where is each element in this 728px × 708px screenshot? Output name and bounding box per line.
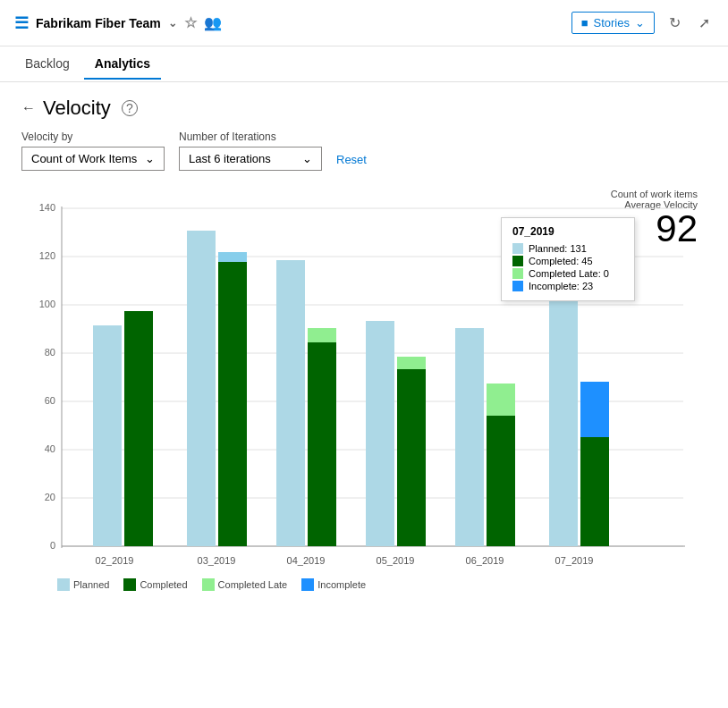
bar-06-completed-late — [487, 384, 515, 416]
velocity-by-value: Count of Work Items — [31, 152, 137, 165]
page-content: ← Velocity ? Velocity by Count of Work I… — [0, 82, 728, 605]
velocity-by-group: Velocity by Count of Work Items ⌄ — [21, 131, 165, 171]
bar-04-completed — [308, 342, 336, 546]
tooltip-completed-late-color — [512, 268, 523, 279]
svg-text:100: 100 — [39, 299, 55, 309]
chart-tooltip: 07_2019 Planned: 131 Completed: 45 Compl… — [501, 217, 635, 301]
bar-02-completed — [124, 311, 153, 546]
legend-incomplete-color — [301, 578, 314, 591]
team-name-area: ☰ Fabrikam Fiber Team ⌄ ☆ 👥 — [14, 13, 222, 33]
page-title: Velocity — [43, 97, 111, 120]
team-icon: ☰ — [14, 13, 29, 33]
legend-incomplete-label: Incomplete — [317, 579, 366, 590]
svg-text:20: 20 — [45, 492, 55, 502]
svg-text:40: 40 — [45, 443, 55, 454]
back-button[interactable]: ← — [21, 100, 36, 116]
legend-incomplete: Incomplete — [301, 578, 366, 591]
velocity-by-label: Velocity by — [21, 131, 165, 143]
chart-container: Count of work items Average Velocity 92 — [21, 189, 707, 591]
tooltip-incomplete-label: Incomplete: 23 — [529, 281, 593, 291]
favorite-icon[interactable]: ☆ — [184, 14, 197, 31]
fullscreen-button[interactable]: ➚ — [695, 11, 714, 35]
velocity-by-dropdown[interactable]: Count of Work Items ⌄ — [21, 147, 165, 171]
svg-text:05_2019: 05_2019 — [377, 555, 415, 566]
bar-07-incomplete — [580, 382, 609, 437]
refresh-button[interactable]: ↻ — [665, 11, 684, 35]
svg-text:03_2019: 03_2019 — [198, 555, 236, 566]
tooltip-planned-color — [512, 243, 523, 254]
svg-text:06_2019: 06_2019 — [466, 555, 504, 566]
iterations-value: Last 6 iterations — [189, 152, 271, 165]
tooltip-incomplete-color — [512, 281, 523, 291]
svg-text:60: 60 — [45, 395, 55, 406]
tab-backlog[interactable]: Backlog — [14, 49, 80, 80]
tooltip-planned-label: Planned: 131 — [529, 243, 587, 254]
svg-text:120: 120 — [39, 250, 55, 261]
svg-text:02_2019: 02_2019 — [96, 555, 134, 566]
tooltip-completed-row: Completed: 45 — [512, 256, 623, 266]
bar-05-planned — [366, 321, 394, 546]
legend-completed: Completed — [123, 578, 187, 591]
tooltip-planned-row: Planned: 131 — [512, 243, 623, 254]
chart-area: 0 20 40 60 80 100 120 140 — [21, 189, 707, 573]
bar-04-completed-late — [308, 328, 336, 342]
legend-planned-label: Planned — [73, 579, 109, 590]
bar-02-planned — [93, 325, 122, 546]
bar-04-planned — [276, 260, 305, 546]
bar-06-planned — [455, 328, 484, 546]
controls-row: Velocity by Count of Work Items ⌄ Number… — [21, 131, 707, 171]
svg-text:07_2019: 07_2019 — [555, 555, 594, 566]
stories-dropdown-button[interactable]: ■ Stories ⌄ — [571, 12, 655, 34]
legend-completed-late: Completed Late — [202, 578, 288, 591]
chart-legend: Planned Completed Completed Late Incompl… — [21, 578, 707, 591]
bar-06-completed — [487, 416, 515, 546]
iterations-chevron-icon: ⌄ — [302, 152, 312, 165]
top-bar: ☰ Fabrikam Fiber Team ⌄ ☆ 👥 ■ Stories ⌄ … — [0, 0, 728, 46]
svg-text:0: 0 — [50, 540, 55, 551]
bar-05-completed-late — [397, 357, 426, 369]
tooltip-incomplete-row: Incomplete: 23 — [512, 281, 623, 291]
stories-chevron-icon: ⌄ — [635, 16, 645, 30]
legend-completed-color — [123, 578, 136, 591]
nav-tabs: Backlog Analytics — [0, 46, 728, 82]
velocity-by-chevron-icon: ⌄ — [145, 152, 155, 165]
legend-completed-late-label: Completed Late — [218, 579, 288, 590]
bar-07-completed — [580, 437, 609, 546]
legend-completed-late-color — [202, 578, 215, 591]
bar-05-completed — [397, 369, 426, 546]
breadcrumb-row: ← Velocity ? — [21, 97, 707, 120]
top-right-actions: ■ Stories ⌄ ↻ ➚ — [571, 11, 714, 35]
legend-planned: Planned — [57, 578, 109, 591]
stories-label: Stories — [594, 16, 630, 30]
members-icon[interactable]: 👥 — [204, 14, 222, 31]
team-chevron-icon[interactable]: ⌄ — [168, 17, 177, 30]
svg-text:80: 80 — [45, 347, 55, 358]
team-name: Fabrikam Fiber Team — [36, 16, 161, 30]
tooltip-title: 07_2019 — [512, 225, 623, 238]
tooltip-completed-late-row: Completed Late: 0 — [512, 268, 623, 279]
legend-planned-color — [57, 578, 70, 591]
info-icon[interactable]: ? — [122, 100, 138, 116]
bar-03-planned — [187, 231, 216, 546]
legend-completed-label: Completed — [140, 579, 187, 590]
iterations-label: Number of Iterations — [179, 131, 322, 143]
tooltip-completed-late-label: Completed Late: 0 — [529, 268, 609, 279]
svg-text:04_2019: 04_2019 — [287, 555, 326, 566]
bar-03-completed — [218, 262, 247, 546]
tooltip-completed-color — [512, 256, 523, 266]
iterations-group: Number of Iterations Last 6 iterations ⌄ — [179, 131, 322, 171]
reset-button[interactable]: Reset — [336, 148, 367, 171]
tab-analytics[interactable]: Analytics — [84, 49, 161, 80]
tooltip-completed-label: Completed: 45 — [529, 256, 593, 266]
bar-03-top — [218, 252, 247, 262]
stories-icon: ■ — [581, 16, 588, 30]
iterations-dropdown[interactable]: Last 6 iterations ⌄ — [179, 147, 322, 171]
svg-text:140: 140 — [39, 202, 55, 213]
